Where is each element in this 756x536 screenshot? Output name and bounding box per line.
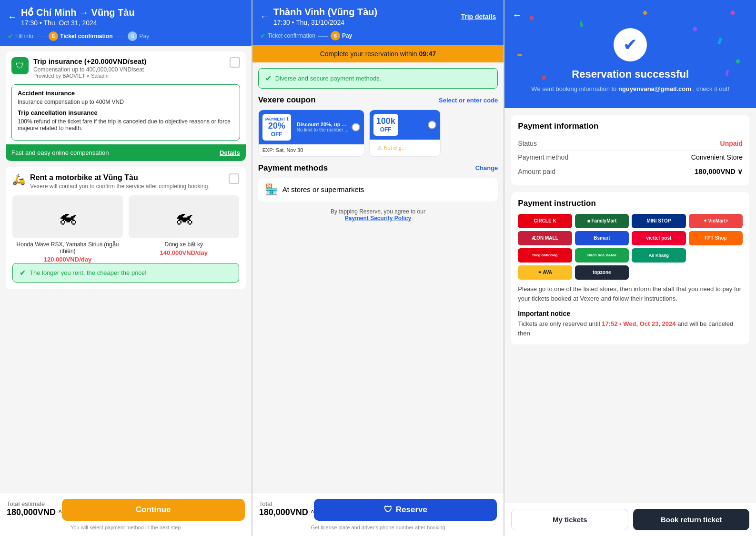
panel2-trip-datetime: 17:30 • Thu, 31/10/2024 <box>273 19 378 26</box>
insurance-details-link[interactable]: Details <box>220 149 240 156</box>
coupon-section: Vexere coupon Select or enter code PAYME… <box>258 95 498 157</box>
coupon2-radio[interactable] <box>428 121 436 129</box>
step-check-icon: ✔ <box>8 32 13 40</box>
success-sub: We sent booking information to nguyenvan… <box>512 84 748 94</box>
panel3-footer: My tickets Book return ticket <box>504 503 756 536</box>
motorbike-checkbox[interactable] <box>229 173 239 184</box>
reserve-button[interactable]: 🛡 Reserve <box>314 499 497 521</box>
panel3-header: ← ✔ Reservation successful We sent booki… <box>504 0 756 108</box>
success-check-circle: ✔ <box>614 28 647 61</box>
important-notice-text: Tickets are only reserved until 17:52 • … <box>518 319 743 338</box>
panel1-footer: Total estimate 180,000VND ^ Continue You… <box>0 493 252 536</box>
insurance-footer: Fast and easy online compensation Detail… <box>6 144 246 161</box>
step-num-6: 6 <box>128 31 137 41</box>
important-datetime: 17:52 • Wed, Oct 23, 2024 <box>602 320 675 327</box>
panel2-content: ✔ Diverse and secure payment methods. Ve… <box>252 62 504 493</box>
store-fpt: FPT Shop <box>689 231 743 245</box>
continue-button[interactable]: Continue <box>62 499 245 521</box>
success-check-icon: ✔ <box>623 35 637 55</box>
cancellation-insurance-desc: 100% refund of the ticket fare if the tr… <box>18 118 234 131</box>
trip-details-link[interactable]: Trip details <box>461 13 496 20</box>
pi-row-amount: Amount paid 180,000VND ∨ <box>518 164 743 179</box>
panel2-route-title: Thành Vinh (Vũng Tàu) <box>273 7 378 18</box>
accident-insurance-desc: Insurance compensation up to 400M VND <box>18 99 234 105</box>
bike-image-2: 🏍 <box>129 195 239 238</box>
coupon1-radio[interactable] <box>352 123 360 131</box>
bike-price-1: 120.000VND/day <box>12 256 123 263</box>
panel2-progress-steps: ✔ Ticket confirmation —— 6 Pay <box>260 31 496 40</box>
pi-method-label: Payment method <box>518 153 568 161</box>
back-button[interactable]: ← <box>8 11 17 22</box>
step-num-5: 5 <box>49 31 58 41</box>
insurance-shield-icon: 🛡 <box>11 57 29 74</box>
panel2-chevron-up-icon[interactable]: ^ <box>311 509 314 516</box>
route-title: Hồ Chí Minh → Vũng Tàu <box>21 7 135 18</box>
store-ankang: An Khang <box>632 248 685 263</box>
total-label: Total estimate <box>7 500 62 507</box>
cancellation-insurance-title: Trip cancellation insurance <box>18 109 234 116</box>
coupon2-off: OFF <box>376 126 395 133</box>
stores-label: At stores or supermarkets <box>282 185 364 193</box>
chevron-up-icon[interactable]: ^ <box>59 509 62 516</box>
panel2-back-button[interactable]: ← <box>260 11 270 22</box>
payment-option-stores[interactable]: 🏪 At stores or supermarkets <box>258 178 498 202</box>
trip-datetime: 17:30 • Thu, Oct 31, 2024 <box>21 19 135 27</box>
accident-insurance-title: Accident insurance <box>18 90 234 97</box>
pi-status-value: Unpaid <box>720 140 743 147</box>
step-ticket-confirm-label: Ticket confirmation <box>60 33 112 40</box>
insurance-checkbox[interactable] <box>230 57 240 68</box>
coupon2-not-eligible: ⚠ Not elig... <box>373 142 436 153</box>
panel2-step-confirm-label: Ticket confirmation <box>268 32 315 39</box>
pi-amount-value: 180,000VND ∨ <box>695 167 743 176</box>
step-pay: 6 Pay <box>128 31 149 41</box>
moto-sub: Vexere will contact you to confirm the s… <box>30 183 224 190</box>
pi-amount-label: Amount paid <box>518 168 555 175</box>
panel2-step-num-6: 6 <box>331 31 340 40</box>
success-email: nguyenvana@gmail.com <box>618 85 691 92</box>
insurance-title: Trip insurance (+20.000VND/seat) <box>33 57 225 65</box>
insurance-footer-text: Fast and easy online compensation <box>11 149 109 156</box>
store-aeon: ÆON MALL <box>518 231 572 245</box>
payment-change-link[interactable]: Change <box>475 164 498 172</box>
bike-price-2: 140.000VND/day <box>129 249 239 256</box>
coupon-card-2[interactable]: 100k OFF ⚠ Not elig... <box>369 110 441 157</box>
panel3-back-button[interactable]: ← <box>512 10 522 20</box>
secure-badge-text: Diverse and secure payment methods. <box>275 75 382 82</box>
panel2-step-separator: —— <box>318 33 328 39</box>
important-notice: Important notice Tickets are only reserv… <box>518 310 743 338</box>
panel3-content: Payment information Status Unpaid Paymen… <box>504 108 756 503</box>
store-ava: ✦ AVA <box>518 265 572 280</box>
pi-row-method: Payment method Convenient Store <box>518 151 743 164</box>
book-return-button[interactable]: Book return ticket <box>633 509 749 530</box>
coupon-cards: PAYMENT ℹ 20% OFF Discount 20%, up ... N… <box>258 110 498 157</box>
promo-text: The longer you rent, the cheaper the pri… <box>30 269 147 276</box>
policy-prefix: By tapping Reserve, you agree to our <box>331 208 425 215</box>
coupon-title: Vexere coupon <box>258 95 316 105</box>
step-ticket-confirm: 5 Ticket confirmation <box>49 31 112 41</box>
panel-ticket-confirmation: ← Hồ Chí Minh → Vũng Tàu 17:30 • Thu, Oc… <box>0 0 252 536</box>
policy-text: By tapping Reserve, you agree to our Pay… <box>258 208 498 222</box>
panel1-header: ← Hồ Chí Minh → Vũng Tàu 17:30 • Thu, Oc… <box>0 0 252 46</box>
coupon2-not-eligible-text: Not elig... <box>384 145 406 151</box>
pi-row-status: Status Unpaid <box>518 137 743 151</box>
coupon-card-1[interactable]: PAYMENT ℹ 20% OFF Discount 20%, up ... N… <box>258 110 364 157</box>
coupon-select-link[interactable]: Select or enter code <box>439 97 498 104</box>
step-fill-info-label: Fill info <box>15 33 33 40</box>
step-fill-info: ✔ Fill info <box>8 32 33 40</box>
payment-instruction-title: Payment instruction <box>518 199 743 208</box>
panel1-content: 🛡 Trip insurance (+20.000VND/seat) Compe… <box>0 46 252 493</box>
stores-icon: 🏪 <box>265 183 278 196</box>
store-bsmart: Bsmart <box>575 231 629 245</box>
reserve-shield-icon: 🛡 <box>384 505 392 515</box>
payment-info-section: Payment information Status Unpaid Paymen… <box>511 115 749 185</box>
policy-link[interactable]: Payment Security Policy <box>345 215 411 222</box>
store-viettelpost: viettel post <box>632 231 685 245</box>
my-tickets-button[interactable]: My tickets <box>511 509 628 530</box>
step-separator-2: —— <box>115 34 125 39</box>
payment-instruction-desc: Please go to one of the listed stores, t… <box>518 284 743 304</box>
insurance-sub: Compensation up to 400,000,000 VND/seat <box>33 66 225 73</box>
insurance-provider: Provided by BAOVIET × Saladin <box>33 73 225 79</box>
panel2-total-amount: 180,000VND <box>259 507 308 517</box>
store-grid: CIRCLE K ■ FamilyMart MINI STOP ✦ VinMar… <box>518 214 743 280</box>
bike-image-1: 🏍 <box>12 195 123 238</box>
